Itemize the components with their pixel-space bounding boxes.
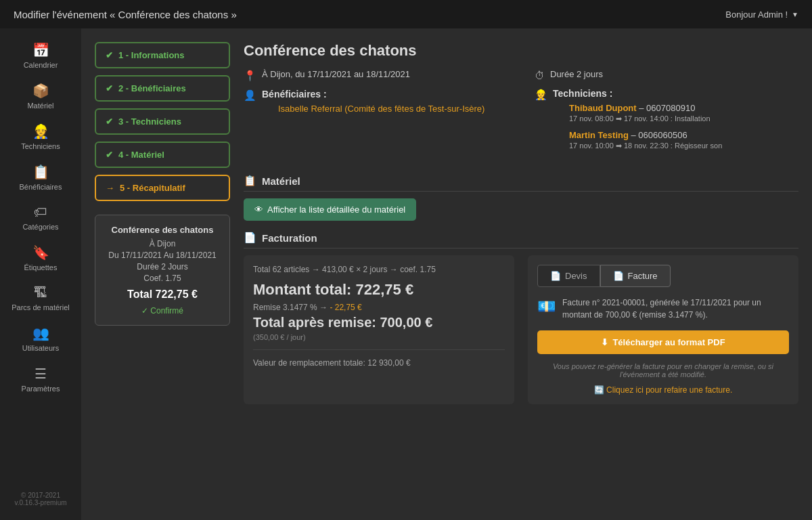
step-4-button[interactable]: ✔ 4 - Matériel [95, 142, 230, 168]
side-info-total-label: Total [127, 288, 152, 300]
step-1-button[interactable]: ✔ 1 - Informations [95, 42, 230, 68]
fact-total: Montant total: 722,75 € [253, 281, 505, 299]
show-list-icon: 👁 [254, 204, 263, 215]
invoice-info-box: 💶 Facture n° 2021-00001, générée le 17/1… [537, 297, 789, 321]
fact-replacement: Valeur de remplacement totale: 12 930,00… [253, 358, 505, 368]
techniciens-list: Thibaud Dupont – 0607080910 17 nov. 08:0… [569, 103, 722, 150]
remise-arrow: → [319, 303, 330, 312]
tab-facture[interactable]: 📄 Facture [600, 265, 671, 287]
sidebar-item-label: Bénéficiaires [20, 183, 62, 191]
topbar-user[interactable]: Bonjour Admin ! ▼ [725, 9, 798, 20]
main-layout: 📅 Calendrier 📦 Matériel 👷 Techniciens 📋 … [0, 28, 812, 520]
side-info-total: Total 722,75 € [105, 288, 220, 301]
techniciens-item: 👷 Techniciens : Thibaud Dupont – 0607080… [535, 88, 798, 157]
step-5-label: 5 - Récapitulatif [120, 183, 185, 193]
step-5-button[interactable]: → 5 - Récapitulatif [95, 175, 230, 201]
beneficiaires-section-label: Bénéficiaires : [262, 89, 327, 100]
side-info-coef: Coef. 1.75 [105, 274, 220, 283]
fact-per-day: (350,00 € / jour) [253, 333, 505, 341]
technicien-link-1[interactable]: Thibaud Dupont [569, 103, 637, 113]
step-3-label: 3 - Techniciens [118, 116, 181, 127]
event-location-col: 📍 À Dijon, du 17/11/2021 au 18/11/2021 👤… [244, 69, 508, 164]
facture-icon: 📄 [613, 271, 624, 281]
duration-icon: ⏱ [535, 70, 545, 81]
invoice-icon: 💶 [537, 298, 556, 316]
event-location-item: 📍 À Dijon, du 17/11/2021 au 18/11/2021 [244, 69, 508, 82]
duration-text: Durée 2 jours [550, 69, 603, 79]
chevron-down-icon: ▼ [792, 11, 798, 18]
download-icon: ⬇ [601, 337, 608, 347]
sidebar-item-materiel[interactable]: 📦 Matériel [0, 76, 81, 116]
side-info-total-value: 722,75 € [156, 288, 198, 300]
side-info-confirmed: ✓ Confirmé [105, 306, 220, 316]
facturation-section-icon: 📄 [244, 232, 256, 244]
beneficiaires-item: 👤 Bénéficiaires : Isabelle Referral (Com… [244, 89, 508, 116]
list-item: Isabelle Referral (Comité des fêtes de T… [278, 104, 484, 114]
step-4-check-icon: ✔ [106, 150, 113, 160]
step-1-label: 1 - Informations [118, 50, 185, 60]
technicien-link-2[interactable]: Martin Testing [569, 130, 629, 140]
step-2-check-icon: ✔ [106, 83, 113, 93]
replacement-value: 12 930,00 € [367, 358, 410, 368]
sidebar-item-calendrier[interactable]: 📅 Calendrier [0, 35, 81, 76]
download-label: Télécharger au format PDF [612, 337, 725, 347]
step-3-button[interactable]: ✔ 3 - Techniciens [95, 108, 230, 135]
side-info-event-name: Conférence des chatons [105, 225, 220, 235]
techniciens-icon: 👷 [32, 123, 49, 139]
show-list-label: Afficher la liste détaillée du matériel [267, 204, 405, 215]
duration-item: ⏱ Durée 2 jours [535, 69, 798, 81]
side-info-date-range: Du 17/11/2021 Au 18/11/2021 [105, 251, 220, 260]
arrow-icon-2: → [390, 265, 400, 274]
event-location-text: À Dijon, du 17/11/2021 au 18/11/2021 [262, 69, 410, 79]
sidebar-item-categories[interactable]: 🏷 Catégories [0, 198, 81, 238]
parametres-icon: ☰ [35, 366, 47, 382]
sidebar-item-label: Utilisateurs [22, 344, 59, 352]
event-right-col: ⏱ Durée 2 jours 👷 Techniciens : Thibaud … [535, 69, 798, 164]
topbar-user-label: Bonjour Admin ! [725, 9, 788, 20]
parcs-icon: 🏗 [34, 285, 47, 301]
billing-tabs: 📄 Devis 📄 Facture [537, 265, 789, 287]
after-remise-value: 700,00 € [380, 315, 433, 330]
show-materiel-list-button[interactable]: 👁 Afficher la liste détaillée du matérie… [244, 198, 416, 221]
techniciens-section-label: Techniciens : [553, 88, 612, 99]
beneficiaires-list: Isabelle Referral (Comité des fêtes de T… [278, 104, 484, 114]
devis-icon: 📄 [550, 271, 561, 281]
sidebar-footer: © 2017-2021 v.0.16.3-premium [7, 485, 73, 513]
invoice-regen-link[interactable]: 🔄 Cliquez ici pour refaire une facture. [537, 385, 789, 395]
arrow-icon: → [312, 265, 322, 274]
beneficiaire-link[interactable]: Isabelle Referral (Comité des fêtes de T… [278, 104, 484, 114]
fact-total-value: 722,75 € [356, 281, 414, 298]
event-title: Conférence des chatons [244, 42, 798, 60]
sidebar-item-utilisateurs[interactable]: 👥 Utilisateurs [0, 318, 81, 359]
sidebar-item-etiquettes[interactable]: 🔖 Étiquettes [0, 238, 81, 278]
tab-devis[interactable]: 📄 Devis [537, 265, 600, 287]
step-5-arrow-icon: → [106, 183, 114, 193]
topbar-title: Modifier l'événement « Conférence des ch… [14, 9, 237, 20]
side-info-location: À Dijon [105, 239, 220, 248]
sidebar-item-beneficiaires[interactable]: 📋 Bénéficiaires [0, 157, 81, 198]
download-pdf-button[interactable]: ⬇ Télécharger au format PDF [537, 330, 789, 354]
beneficiaires-icon: 📋 [32, 164, 49, 180]
content-area: ✔ 1 - Informations ✔ 2 - Bénéficiaires ✔… [81, 28, 812, 520]
sidebar-item-label: Matériel [27, 102, 53, 110]
tab-devis-label: Devis [565, 271, 587, 281]
invoice-text: Facture n° 2021-00001, générée le 17/11/… [562, 297, 789, 321]
facturation-section-header: 📄 Facturation [244, 232, 798, 248]
sidebar-item-techniciens[interactable]: 👷 Techniciens [0, 116, 81, 157]
step-2-button[interactable]: ✔ 2 - Bénéficiaires [95, 75, 230, 102]
beneficiaires-section-icon: 👤 [244, 89, 256, 102]
calendrier-icon: 📅 [32, 42, 49, 58]
technicien-phone-1: – 0607080910 [639, 103, 695, 113]
steps-nav: ✔ 1 - Informations ✔ 2 - Bénéficiaires ✔… [95, 42, 230, 326]
step-1-check-icon: ✔ [106, 50, 113, 60]
event-info-row: 📍 À Dijon, du 17/11/2021 au 18/11/2021 👤… [244, 69, 798, 164]
technicien-detail-2: 17 nov. 10:00 ➡ 18 nov. 22:30 : Régisseu… [569, 142, 722, 150]
fact-after-remise: Total après remise: 700,00 € [253, 315, 505, 330]
sidebar-item-label: Catégories [22, 223, 58, 231]
sidebar-item-parcs[interactable]: 🏗 Parcs de matériel [0, 278, 81, 318]
side-info-duration: Durée 2 Jours [105, 262, 220, 272]
utilisateurs-icon: 👥 [32, 325, 49, 341]
sidebar-item-parametres[interactable]: ☰ Paramètres [0, 359, 81, 399]
sidebar: 📅 Calendrier 📦 Matériel 👷 Techniciens 📋 … [0, 28, 81, 520]
facturation-grid: Total 62 articles → 413,00 € × 2 jours →… [244, 255, 798, 404]
